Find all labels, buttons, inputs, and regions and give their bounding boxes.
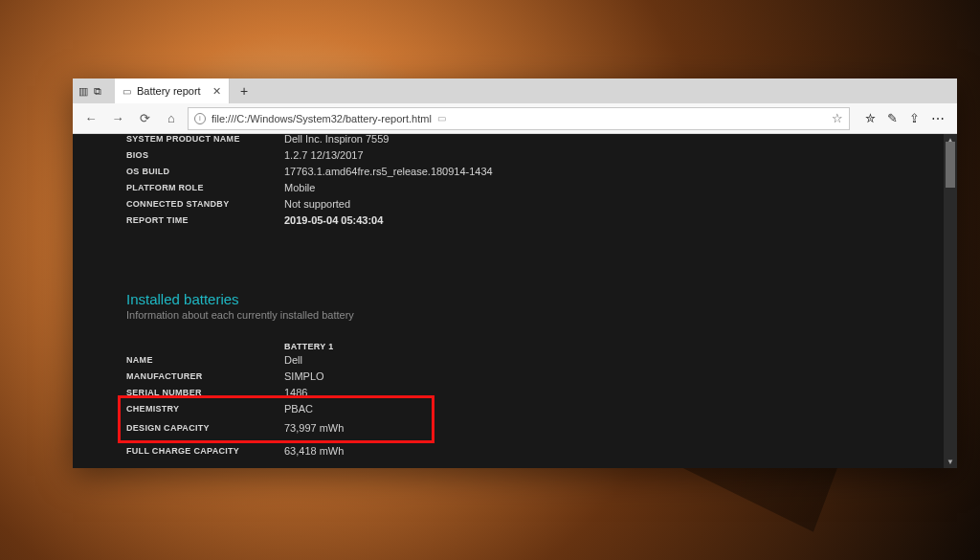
- new-tab-button[interactable]: +: [230, 78, 258, 103]
- battery-label: MANUFACTURER: [126, 371, 284, 381]
- system-value: Not supported: [284, 198, 350, 210]
- system-label: CONNECTED STANDBY: [126, 199, 284, 209]
- system-value: Mobile: [284, 182, 315, 193]
- reading-view-icon[interactable]: ▭: [437, 113, 446, 123]
- scrollbar-thumb[interactable]: [946, 142, 955, 188]
- table-row: MANUFACTURER SIMPLO: [126, 368, 903, 384]
- battery-header-row: BATTERY 1: [126, 342, 903, 351]
- section-title: Installed batteries: [126, 291, 903, 307]
- favorite-star-icon[interactable]: ☆: [832, 111, 843, 125]
- system-label: OS BUILD: [126, 167, 284, 176]
- system-label: PLATFORM ROLE: [126, 183, 284, 192]
- highlighted-capacity-rows: DESIGN CAPACITY 73,997 mWh FULL CHARGE C…: [126, 416, 903, 462]
- battery-label: DESIGN CAPACITY: [126, 423, 284, 433]
- close-tab-icon[interactable]: ✕: [212, 85, 221, 98]
- table-row: CHEMISTRY PBAC: [126, 400, 903, 416]
- system-label: REPORT TIME: [126, 215, 284, 225]
- section-subtitle: Information about each currently install…: [126, 309, 903, 321]
- home-button[interactable]: ⌂: [161, 108, 182, 129]
- battery-table: BATTERY 1 NAME Dell MANUFACTURER SIMPLO …: [126, 342, 903, 468]
- battery-value: 1486: [284, 387, 307, 398]
- battery-value: PBAC: [284, 403, 313, 414]
- tab-bar: ▥ ⧉ ▭ Battery report ✕ +: [73, 78, 957, 103]
- table-row: PLATFORM ROLE Mobile: [126, 179, 903, 195]
- vertical-scrollbar[interactable]: ▲ ▼: [944, 134, 957, 468]
- page-content: SYSTEM PRODUCT NAME Dell Inc. Inspiron 7…: [73, 134, 957, 468]
- back-button[interactable]: ←: [80, 108, 101, 129]
- favorites-icon[interactable]: ✮: [865, 111, 876, 126]
- system-value: 2019-05-04 05:43:04: [284, 214, 383, 226]
- forward-button[interactable]: →: [107, 108, 128, 129]
- refresh-button[interactable]: ⟳: [134, 108, 155, 129]
- set-aside-tabs-icon[interactable]: ▥: [78, 85, 88, 98]
- table-row: OS BUILD 17763.1.amd64fre.rs5_release.18…: [126, 163, 903, 179]
- battery-label: CYCLE COUNT: [126, 466, 284, 469]
- battery-value: Dell: [284, 354, 302, 366]
- battery-label: CHEMISTRY: [126, 404, 284, 414]
- table-row: CONNECTED STANDBY Not supported: [126, 195, 903, 212]
- more-icon[interactable]: ⋯: [931, 111, 946, 126]
- table-row: DESIGN CAPACITY 73,997 mWh: [126, 416, 903, 439]
- table-row: BIOS 1.2.7 12/13/2017: [126, 146, 903, 163]
- share-icon[interactable]: ⇪: [909, 111, 920, 126]
- battery-value: -: [284, 465, 288, 469]
- system-value: 17763.1.amd64fre.rs5_release.180914-1434: [284, 166, 493, 177]
- system-value: Dell Inc. Inspiron 7559: [284, 134, 389, 145]
- table-row: FULL CHARGE CAPACITY 63,418 mWh: [126, 439, 903, 462]
- battery-label: SERIAL NUMBER: [126, 388, 284, 397]
- scroll-down-icon[interactable]: ▼: [944, 456, 957, 468]
- tab-title: Battery report: [137, 85, 201, 97]
- battery-value: 63,418 mWh: [284, 445, 344, 457]
- browser-tab[interactable]: ▭ Battery report ✕: [115, 78, 230, 103]
- address-bar[interactable]: i file:///C:/Windows/System32/battery-re…: [188, 107, 850, 130]
- page-icon: ▭: [122, 86, 131, 97]
- table-row: NAME Dell: [126, 351, 903, 368]
- notes-icon[interactable]: ✎: [887, 111, 898, 126]
- browser-window: ▥ ⧉ ▭ Battery report ✕ + ← → ⟳ ⌂ i file:…: [73, 78, 957, 468]
- url-text: file:///C:/Windows/System32/battery-repo…: [212, 113, 432, 124]
- battery-label: NAME: [126, 355, 284, 365]
- toolbar: ← → ⟳ ⌂ i file:///C:/Windows/System32/ba…: [73, 103, 957, 134]
- system-info-table: SYSTEM PRODUCT NAME Dell Inc. Inspiron 7…: [126, 134, 903, 228]
- battery-label: FULL CHARGE CAPACITY: [126, 446, 284, 456]
- table-row: REPORT TIME 2019-05-04 05:43:04: [126, 212, 903, 228]
- table-row: SYSTEM PRODUCT NAME Dell Inc. Inspiron 7…: [126, 134, 903, 146]
- tab-spacer: ▥ ⧉: [73, 78, 115, 103]
- table-row: SERIAL NUMBER 1486: [126, 384, 903, 400]
- system-label: SYSTEM PRODUCT NAME: [126, 134, 284, 144]
- hub-icons: ✮ ✎ ⇪ ⋯: [856, 111, 949, 126]
- system-label: BIOS: [126, 150, 284, 160]
- site-info-icon[interactable]: i: [194, 113, 206, 124]
- view-set-aside-icon[interactable]: ⧉: [94, 85, 101, 98]
- system-value: 1.2.7 12/13/2017: [284, 149, 364, 161]
- battery-header-spacer: [126, 342, 284, 351]
- battery-value: SIMPLO: [284, 370, 324, 382]
- battery-value: 73,997 mWh: [284, 422, 344, 434]
- table-row: CYCLE COUNT -: [126, 462, 903, 468]
- battery-column-header: BATTERY 1: [284, 342, 334, 351]
